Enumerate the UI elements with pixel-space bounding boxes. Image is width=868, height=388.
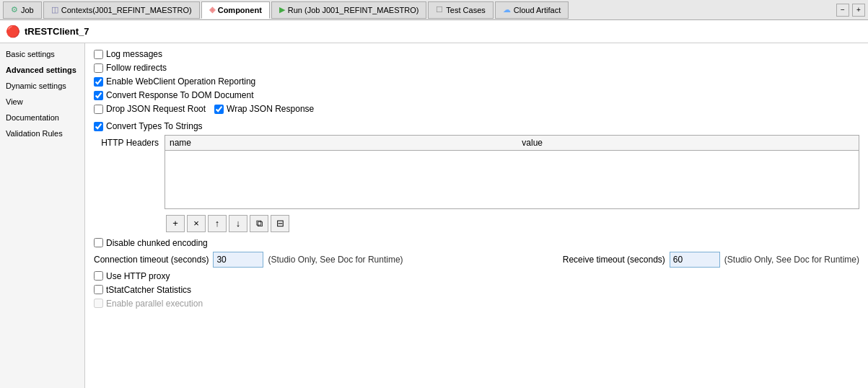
col-name: name [165, 136, 517, 151]
sidebar-item-view[interactable]: View [0, 94, 84, 110]
cloudartifact-icon: ☁ [503, 5, 511, 14]
use-http-proxy-label[interactable]: Use HTTP proxy [106, 271, 170, 281]
sidebar: Basic settings Advanced settings Dynamic… [0, 43, 85, 388]
follow-redirects-row: Follow redirects [94, 63, 859, 73]
tab-contexts-label: Contexts(J001_REFINT_MAESTRO) [61, 6, 192, 14]
disable-chunked-label[interactable]: Disable chunked encoding [106, 238, 208, 248]
convert-response-checkbox[interactable] [94, 91, 103, 100]
sidebar-item-basic[interactable]: Basic settings [0, 46, 84, 62]
tstatcatcher-checkbox[interactable] [94, 285, 103, 294]
tab-run[interactable]: ▶ Run (Job J001_REFINT_MAESTRO) [271, 1, 427, 19]
use-http-proxy-checkbox[interactable] [94, 271, 103, 281]
follow-redirects-checkbox[interactable] [94, 63, 103, 73]
tab-bar: ⚙ Job ◫ Contexts(J001_REFINT_MAESTRO) ◈ … [0, 0, 868, 20]
connection-timeout-note: (Studio Only, See Doc for Runtime) [268, 255, 403, 265]
log-messages-checkbox[interactable] [94, 50, 103, 59]
copy-button[interactable]: ⧉ [250, 215, 268, 232]
job-icon: ⚙ [11, 5, 18, 14]
log-messages-row: Log messages [94, 49, 859, 59]
receive-timeout-note: (Studio Only, See Doc for Runtime) [724, 255, 859, 265]
http-headers-table: name value [165, 136, 859, 208]
tab-testcases[interactable]: ☐ Test Cases [428, 1, 493, 19]
http-headers-label: HTTP Headers [94, 135, 159, 209]
convert-types-checkbox[interactable] [94, 122, 103, 131]
content-area: Log messages Follow redirects Enable Web… [85, 43, 868, 388]
component-logo-icon: 🔴 [6, 25, 20, 38]
sidebar-item-advanced[interactable]: Advanced settings [0, 62, 84, 78]
maximize-button[interactable]: + [852, 4, 865, 17]
tab-job[interactable]: ⚙ Job [3, 1, 42, 19]
connection-timeout-input[interactable] [213, 252, 263, 268]
add-row-button[interactable]: + [166, 215, 185, 232]
parallel-execution-checkbox[interactable] [94, 299, 103, 308]
convert-response-row: Convert Response To DOM Document [94, 90, 859, 100]
window-controls: − + [836, 4, 865, 17]
tab-component[interactable]: ◈ Component [201, 1, 270, 19]
delete-row-button[interactable]: × [187, 215, 206, 232]
wrap-json-checkbox[interactable] [214, 105, 224, 114]
col-value: value [517, 136, 859, 151]
minimize-button[interactable]: − [836, 4, 849, 17]
drop-json-checkbox[interactable] [94, 105, 103, 114]
log-messages-label[interactable]: Log messages [106, 49, 162, 59]
tab-cloudartifact-label: Cloud Artifact [514, 6, 561, 14]
move-down-button[interactable]: ↓ [229, 215, 247, 232]
timeout-row: Connection timeout (seconds) (Studio Onl… [94, 252, 859, 268]
paste-button[interactable]: ⊟ [271, 215, 289, 232]
move-up-button[interactable]: ↑ [208, 215, 227, 232]
table-row-empty [165, 151, 859, 208]
wrap-json-label[interactable]: Wrap JSON Response [227, 104, 314, 114]
drop-json-row: Drop JSON Request Root [94, 104, 206, 114]
page-title: tRESTClient_7 [25, 26, 89, 37]
connection-timeout-label: Connection timeout (seconds) [94, 255, 209, 265]
convert-types-row: Convert Types To Strings [94, 121, 859, 131]
sidebar-item-documentation[interactable]: Documentation [0, 110, 84, 125]
wrap-json-row: Wrap JSON Response [214, 104, 314, 114]
disable-chunked-checkbox[interactable] [94, 238, 103, 247]
run-icon: ▶ [279, 5, 285, 14]
title-bar: 🔴 tRESTClient_7 [0, 20, 868, 43]
testcases-icon: ☐ [436, 5, 443, 14]
enable-webclient-label[interactable]: Enable WebClient Operation Reporting [106, 76, 255, 87]
receive-timeout-label: Receive timeout (seconds) [563, 255, 665, 265]
tab-run-label: Run (Job J001_REFINT_MAESTRO) [288, 6, 419, 14]
component-icon: ◈ [209, 5, 215, 14]
sidebar-item-dynamic[interactable]: Dynamic settings [0, 78, 84, 94]
tstatcatcher-row: tStatCatcher Statistics [94, 285, 859, 295]
drop-json-label[interactable]: Drop JSON Request Root [106, 104, 206, 114]
enable-webclient-row: Enable WebClient Operation Reporting [94, 76, 859, 87]
parallel-execution-label: Enable parallel execution [106, 299, 203, 309]
contexts-icon: ◫ [51, 5, 58, 14]
disable-chunked-row: Disable chunked encoding [94, 238, 859, 248]
convert-types-label[interactable]: Convert Types To Strings [106, 121, 203, 131]
parallel-execution-row: Enable parallel execution [94, 299, 859, 309]
enable-webclient-checkbox[interactable] [94, 77, 103, 87]
tab-contexts[interactable]: ◫ Contexts(J001_REFINT_MAESTRO) [43, 1, 200, 19]
tab-cloudartifact[interactable]: ☁ Cloud Artifact [495, 1, 569, 19]
tab-component-label: Component [218, 6, 262, 14]
tab-testcases-label: Test Cases [446, 6, 485, 14]
json-options-row: Drop JSON Request Root Wrap JSON Respons… [94, 104, 859, 118]
tab-job-label: Job [21, 6, 34, 14]
http-headers-section: HTTP Headers name value [94, 135, 859, 209]
follow-redirects-label[interactable]: Follow redirects [106, 63, 167, 73]
main-layout: Basic settings Advanced settings Dynamic… [0, 43, 868, 388]
http-headers-table-wrap: name value [165, 135, 859, 209]
use-http-proxy-row: Use HTTP proxy [94, 271, 859, 281]
receive-timeout-input[interactable] [670, 252, 720, 268]
convert-response-label[interactable]: Convert Response To DOM Document [106, 90, 254, 100]
sidebar-item-validation[interactable]: Validation Rules [0, 125, 84, 141]
toolbar-row: + × ↑ ↓ ⧉ ⊟ [94, 215, 859, 232]
tstatcatcher-label[interactable]: tStatCatcher Statistics [106, 285, 191, 295]
